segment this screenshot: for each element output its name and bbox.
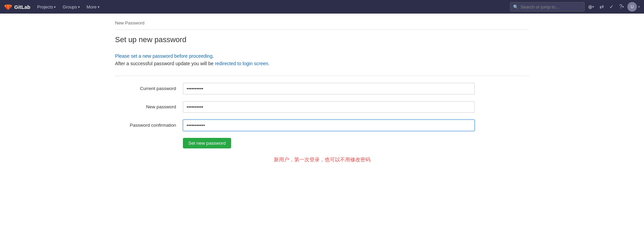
search-icon: 🔍: [513, 4, 518, 10]
avatar-label: U: [631, 4, 634, 9]
merge-requests-icon[interactable]: ⇄: [598, 2, 606, 11]
info-link-2[interactable]: redirected to login screen: [215, 61, 268, 66]
breadcrumb: New Password: [115, 20, 529, 30]
avatar[interactable]: U: [627, 2, 637, 12]
merge-request-icon: ⇄: [600, 4, 604, 10]
nav-projects-label: Projects: [37, 4, 53, 10]
todos-icon[interactable]: ✓: [607, 2, 616, 11]
set-new-password-button[interactable]: Set new password: [183, 138, 231, 148]
search-input[interactable]: [520, 4, 582, 10]
password-form: Current password New password Password c…: [115, 76, 529, 148]
new-password-input[interactable]: [183, 101, 475, 113]
search-box[interactable]: 🔍: [510, 2, 585, 12]
new-password-label: New password: [115, 104, 183, 109]
todo-icon: ✓: [609, 4, 614, 10]
chevron-down-icon: ▾: [592, 5, 594, 8]
chevron-down-icon: ▾: [54, 5, 56, 9]
info-line1: Please set a new password before proceed…: [115, 52, 529, 60]
chevron-down-icon: ▾: [78, 5, 80, 9]
current-password-input[interactable]: [183, 83, 475, 94]
chevron-down-icon: ▾: [622, 5, 624, 8]
nav-projects[interactable]: Projects ▾: [35, 3, 59, 11]
gitlab-logo-icon: [4, 3, 12, 11]
nav-more[interactable]: More ▾: [84, 3, 102, 11]
brand-logo[interactable]: GitLab: [4, 3, 31, 11]
help-button[interactable]: ? ▾: [617, 2, 626, 11]
confirm-password-input[interactable]: [183, 120, 475, 131]
page-content: New Password Set up new password Please …: [105, 14, 539, 170]
info-text: Please set a new password before proceed…: [115, 52, 529, 68]
help-icon: ?: [619, 4, 622, 10]
new-password-group: New password: [115, 101, 529, 113]
current-password-group: Current password: [115, 83, 529, 94]
confirm-password-label: Password confirmation: [115, 123, 183, 128]
plus-icon: ⊕: [588, 4, 592, 10]
chevron-down-icon: ▾: [98, 5, 99, 9]
nav-groups-label: Groups: [62, 4, 77, 10]
navbar: GitLab Projects ▾ Groups ▾ More ▾ 🔍 ⊕ ▾ …: [0, 0, 644, 14]
brand-name: GitLab: [14, 4, 31, 10]
current-password-label: Current password: [115, 86, 183, 91]
create-new-button[interactable]: ⊕ ▾: [586, 2, 596, 12]
navbar-right: 🔍 ⊕ ▾ ⇄ ✓ ? ▾ U ▾: [510, 2, 640, 12]
avatar-chevron-icon: ▾: [638, 5, 640, 8]
note-text: 新用户，第一次登录，也可以不用修改密码: [115, 157, 529, 163]
confirm-password-group: Password confirmation: [115, 120, 529, 131]
info-link-1[interactable]: Please set a new password before proceed…: [115, 53, 214, 59]
submit-row: Set new password: [183, 138, 529, 148]
nav-groups[interactable]: Groups ▾: [60, 3, 82, 11]
info-line2: After a successful password update you w…: [115, 60, 529, 67]
page-title: Set up new password: [115, 35, 529, 44]
nav-more-label: More: [87, 4, 97, 10]
